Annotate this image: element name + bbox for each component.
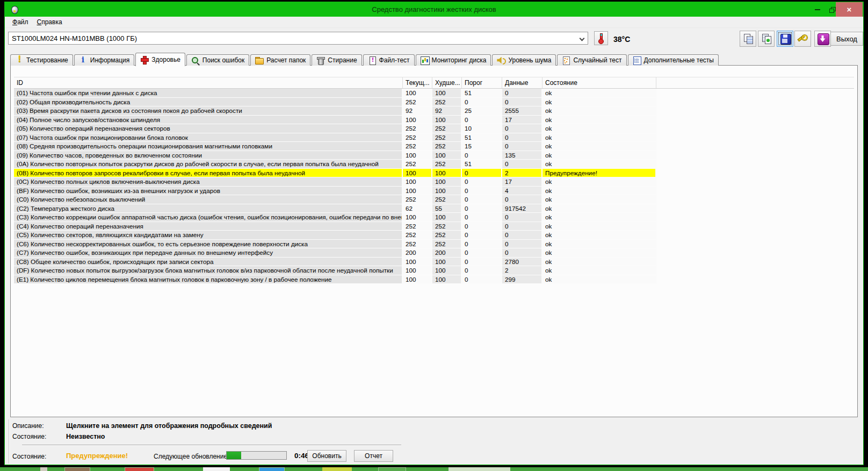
cell-threshold: 0: [462, 213, 502, 222]
copy-text-button[interactable]: [740, 31, 756, 47]
cell-status: ok: [542, 133, 656, 142]
taskbar-icon[interactable]: [40, 467, 47, 471]
table-row[interactable]: (01) Частота ошибок при чтении данных с …: [14, 89, 854, 98]
next-update-label: Следующее обновление:: [154, 453, 229, 460]
table-row[interactable]: (04) Полное число запусков/остановок шпи…: [14, 116, 854, 125]
column-header[interactable]: Состояние: [542, 77, 656, 88]
tab-error-scan[interactable]: Поиск ошибок: [186, 54, 249, 66]
titlebar[interactable]: Средство диагностики жестких дисков ×: [5, 2, 863, 17]
cell-id: (DF) Количество новых попыток выгрузок/з…: [14, 266, 403, 275]
tab-information[interactable]: Информация: [74, 54, 134, 66]
column-header[interactable]: ID: [14, 77, 403, 88]
cell-threshold: 0: [462, 151, 502, 160]
table-row[interactable]: (0C) Количество полных циклов включения-…: [14, 177, 854, 187]
minimize-button[interactable]: [811, 2, 824, 17]
cell-data: 2: [502, 266, 542, 275]
cell-status: ok: [542, 248, 656, 258]
column-header[interactable]: Худше...: [432, 77, 462, 88]
cell-filler: [656, 258, 854, 267]
taskbar-icon[interactable]: [449, 467, 510, 471]
tab-label: Уровень шума: [508, 56, 551, 64]
tab-noise-level[interactable]: Уровень шума: [492, 54, 556, 66]
cell-filler: [656, 222, 854, 231]
table-row[interactable]: (03) Время раскрутки пакета дисков из со…: [14, 106, 854, 116]
temperature-button[interactable]: [594, 31, 608, 45]
tab-label: Мониторинг диска: [432, 56, 487, 64]
copy-image-button[interactable]: [758, 31, 775, 47]
tab-disk-monitor[interactable]: Мониторинг диска: [416, 54, 491, 66]
cell-threshold: 51: [462, 160, 502, 169]
table-row[interactable]: (05) Количество операций переназначения …: [14, 124, 854, 133]
taskbar-icon[interactable]: [203, 467, 230, 471]
cell-id: (C7) Количество ошибок, возникающих при …: [14, 248, 403, 258]
column-header[interactable]: Текущ...: [403, 77, 432, 88]
table-row[interactable]: (BF) Количество ошибок, возникших из-за …: [14, 187, 854, 196]
cell-threshold: 0: [462, 204, 502, 213]
drive-select[interactable]: ST1000LM024 HN-M101MBB (1000 ГБ): [8, 32, 588, 45]
table-row[interactable]: (C3) Количество коррекции ошибок аппарат…: [14, 213, 854, 222]
tab-label: Поиск ошибок: [202, 56, 244, 64]
table-row[interactable]: (C2) Температура жесткого диска625509175…: [14, 204, 854, 213]
table-row[interactable]: (DF) Количество новых попыток выгрузок/з…: [14, 266, 854, 275]
cell-status: ok: [542, 160, 656, 169]
tab-health[interactable]: Здоровье: [135, 53, 185, 66]
table-row[interactable]: (C5) Количество секторов, являющихся кан…: [14, 231, 854, 240]
report-button[interactable]: Отчет: [354, 450, 393, 462]
taskbar-icon[interactable]: [259, 467, 285, 471]
taskbar[interactable]: [0, 467, 868, 471]
table-row[interactable]: (08) Средняя производительность операции…: [14, 142, 854, 151]
cell-worst: 100: [432, 213, 462, 222]
table-row[interactable]: (0B) Количество повторов запросов рекали…: [14, 169, 854, 178]
cell-filler: [656, 169, 854, 178]
tab-folder-calc[interactable]: Расчет папок: [250, 54, 310, 66]
cell-threshold: 0: [462, 231, 502, 240]
cell-status: ok: [542, 240, 656, 249]
table-row[interactable]: (C4) Количество операций переназначения2…: [14, 222, 854, 231]
cell-threshold: 10: [462, 124, 502, 133]
cell-filler: [656, 187, 854, 196]
table-row[interactable]: (09) Количество часов, проведенных во вк…: [14, 151, 854, 160]
cell-filler: [656, 248, 854, 258]
cell-status: ok: [542, 258, 656, 267]
table-row[interactable]: (02) Общая производительность диска25225…: [14, 98, 854, 107]
taskbar-icon[interactable]: [125, 467, 154, 471]
tab-erase[interactable]: Стирание: [312, 54, 361, 66]
column-header[interactable]: Порог: [462, 77, 502, 88]
tab-random-test[interactable]: Случайный тест: [557, 54, 626, 66]
table-row[interactable]: (C7) Количество ошибок, возникающих при …: [14, 248, 854, 258]
tools-button[interactable]: [794, 31, 811, 47]
taskbar-icon[interactable]: [322, 467, 352, 471]
taskbar-icon[interactable]: [378, 467, 406, 471]
exit-button[interactable]: Выход: [830, 32, 863, 46]
cell-status: ok: [542, 116, 656, 125]
save-button[interactable]: [777, 31, 793, 47]
menu-file[interactable]: Файл: [8, 18, 33, 26]
cell-threshold: 0: [462, 169, 502, 178]
tab-testing[interactable]: Тестирование: [10, 54, 73, 66]
cell-worst: 252: [432, 98, 462, 107]
cell-threshold: 0: [462, 248, 502, 258]
table-row[interactable]: (E1) Количество циклов перемещения блока…: [14, 275, 854, 284]
menu-help[interactable]: Справка: [33, 18, 67, 26]
column-header[interactable]: Данные: [502, 77, 542, 88]
temperature-value: 38°C: [613, 35, 630, 44]
cell-id: (0B) Количество повторов запросов рекали…: [14, 169, 403, 178]
taskbar-icon[interactable]: [64, 467, 90, 471]
close-button[interactable]: ×: [836, 2, 863, 17]
cell-data: 0: [502, 213, 542, 222]
cell-status: ok: [542, 213, 656, 222]
table-row[interactable]: (07) Частота ошибок при позиционировании…: [14, 133, 854, 142]
table-row[interactable]: (C6) Количество нескорректированных ошиб…: [14, 240, 854, 249]
tab-extra-tests[interactable]: Дополнительные тесты: [628, 54, 719, 66]
cell-id: (C8) Общее количество ошибок, происходящ…: [14, 258, 403, 267]
table-row[interactable]: (C0) Количество небезопасных выключений2…: [14, 195, 854, 204]
table-row[interactable]: (0A) Количество повторных попыток раскру…: [14, 160, 854, 169]
table-row[interactable]: (C8) Общее количество ошибок, происходящ…: [14, 258, 854, 267]
cell-status: Предупреждение!: [542, 169, 656, 178]
cell-current: 252: [403, 160, 432, 169]
download-button[interactable]: [814, 31, 831, 47]
cell-status: ok: [542, 195, 656, 204]
tab-file-test[interactable]: Файл-тест: [363, 54, 415, 66]
refresh-button[interactable]: Обновить: [307, 450, 346, 462]
tab-label: Дополнительные тесты: [644, 56, 714, 64]
